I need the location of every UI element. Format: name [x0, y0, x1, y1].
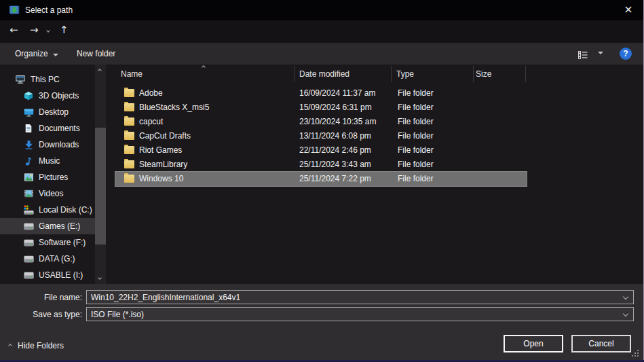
- new-folder-button[interactable]: New folder: [77, 49, 115, 58]
- download-arrow-icon: [22, 140, 35, 149]
- drive-icon: [22, 255, 35, 263]
- file-name-label: File name:: [0, 293, 82, 302]
- cube-icon: [22, 91, 35, 101]
- navigation-pane: This PC 3D Objects Desktop Documents Dow…: [0, 65, 95, 284]
- content-area: This PC 3D Objects Desktop Documents Dow…: [0, 65, 644, 284]
- scroll-down-icon[interactable]: [98, 276, 102, 280]
- computer-icon: [14, 75, 26, 84]
- file-row[interactable]: Riot Games22/11/2024 2:46 pmFile folder: [106, 143, 644, 158]
- column-header-name[interactable]: Name: [121, 69, 143, 79]
- column-headers: Name Date modified Type Size: [106, 65, 644, 84]
- close-button[interactable]: ×: [613, 0, 644, 20]
- recent-locations-chevron-icon[interactable]: [46, 29, 50, 33]
- scroll-up-icon[interactable]: [98, 69, 102, 73]
- desktop-icon: [22, 108, 35, 117]
- column-separator[interactable]: [391, 66, 392, 82]
- hide-folders-chevron-icon: [8, 344, 12, 348]
- drive-icon: [22, 223, 35, 230]
- scrollbar-thumb[interactable]: [95, 128, 106, 245]
- picture-icon: [22, 173, 35, 181]
- file-row-selected[interactable]: Windows 1025/11/2024 7:22 pmFile folder: [106, 172, 644, 186]
- sort-ascending-icon: [202, 65, 206, 69]
- column-header-date-modified[interactable]: Date modified: [299, 69, 349, 79]
- command-toolbar: Organize New folder ?: [0, 43, 644, 65]
- sidebar-item-local-disk-c[interactable]: Local Disk (C:): [0, 202, 95, 218]
- window-title: Select a path: [25, 5, 73, 15]
- folder-icon: [124, 89, 134, 97]
- drive-icon: [22, 272, 35, 279]
- file-row[interactable]: capcut23/10/2024 10:35 amFile folder: [106, 115, 644, 129]
- up-icon[interactable]: ↑: [60, 24, 69, 36]
- column-header-type[interactable]: Type: [396, 69, 414, 79]
- folder-icon: [124, 117, 134, 126]
- hide-folders-button[interactable]: Hide Folders: [9, 341, 64, 350]
- dialog-bottom: File name: Save as type: ISO File (*.iso…: [0, 284, 644, 362]
- title-bar: Select a path ×: [0, 0, 644, 20]
- file-name-combo: [86, 290, 634, 304]
- details-view-icon[interactable]: [578, 50, 588, 62]
- sidebar-item-this-pc[interactable]: This PC: [0, 71, 95, 88]
- film-strip-icon: [22, 189, 35, 198]
- column-separator[interactable]: [525, 66, 526, 82]
- sidebar-item-desktop[interactable]: Desktop: [0, 104, 95, 120]
- file-name-input[interactable]: [87, 291, 616, 304]
- cancel-button[interactable]: Cancel: [571, 335, 631, 352]
- file-row[interactable]: CapCut Drafts13/11/2024 6:08 pmFile fold…: [106, 129, 644, 143]
- back-icon[interactable]: ←: [10, 24, 18, 36]
- sidebar-item-usable-i[interactable]: USABLE (I:): [0, 267, 95, 283]
- folder-icon: [124, 103, 134, 111]
- save-as-type-select[interactable]: ISO File (*.iso): [86, 307, 634, 321]
- folder-icon: [124, 146, 134, 154]
- folder-icon: [124, 175, 134, 183]
- file-name-dropdown-icon[interactable]: [623, 294, 628, 300]
- sidebar-item-documents[interactable]: Documents: [0, 120, 95, 137]
- sidebar-item-software-f[interactable]: Software (F:): [0, 234, 95, 251]
- system-drive-icon: [22, 205, 35, 215]
- sidebar-item-pictures[interactable]: Pictures: [0, 169, 95, 185]
- save-as-type-dropdown-icon: [623, 311, 628, 316]
- file-row[interactable]: BlueStacks X_msi515/09/2024 6:31 pmFile …: [106, 101, 644, 115]
- sidebar-item-data-g[interactable]: DATA (G:): [0, 251, 95, 267]
- column-separator[interactable]: [473, 66, 474, 82]
- document-icon: [22, 124, 35, 133]
- view-options-chevron-icon[interactable]: [598, 52, 603, 54]
- file-list: Name Date modified Type Size Adobe16/09/…: [106, 65, 644, 284]
- folder-icon: [124, 132, 134, 140]
- save-dialog-window: Select a path × ← → ↑ This PC Games (E:)…: [0, 0, 644, 362]
- file-row[interactable]: SteamLibrary25/11/2024 3:43 amFile folde…: [106, 158, 644, 172]
- sidebar-item-videos[interactable]: Videos: [0, 185, 95, 202]
- column-header-size[interactable]: Size: [476, 69, 491, 79]
- folder-icon: [124, 160, 134, 168]
- app-icon: [9, 5, 20, 16]
- open-button[interactable]: Open: [504, 335, 563, 352]
- sidebar-scrollbar[interactable]: [95, 65, 106, 284]
- sidebar-item-3d-objects[interactable]: 3D Objects: [0, 88, 95, 104]
- sidebar-item-games-e[interactable]: Games (E:): [0, 218, 95, 234]
- forward-icon[interactable]: →: [30, 24, 39, 36]
- organize-button[interactable]: Organize: [15, 49, 58, 58]
- navigation-bar: ← → ↑ This PC Games (E:): [0, 20, 644, 43]
- help-button[interactable]: ?: [620, 48, 632, 60]
- file-row[interactable]: Adobe16/09/2024 11:37 amFile folder: [106, 86, 644, 101]
- sidebar-item-music[interactable]: Music: [0, 153, 95, 169]
- music-note-icon: [22, 156, 35, 166]
- column-separator[interactable]: [294, 66, 295, 82]
- organize-dropdown-icon: [53, 54, 58, 56]
- drive-icon: [22, 239, 35, 247]
- sidebar-item-downloads[interactable]: Downloads: [0, 137, 95, 153]
- save-as-type-label: Save as type:: [0, 310, 82, 319]
- resize-grip[interactable]: [632, 350, 639, 357]
